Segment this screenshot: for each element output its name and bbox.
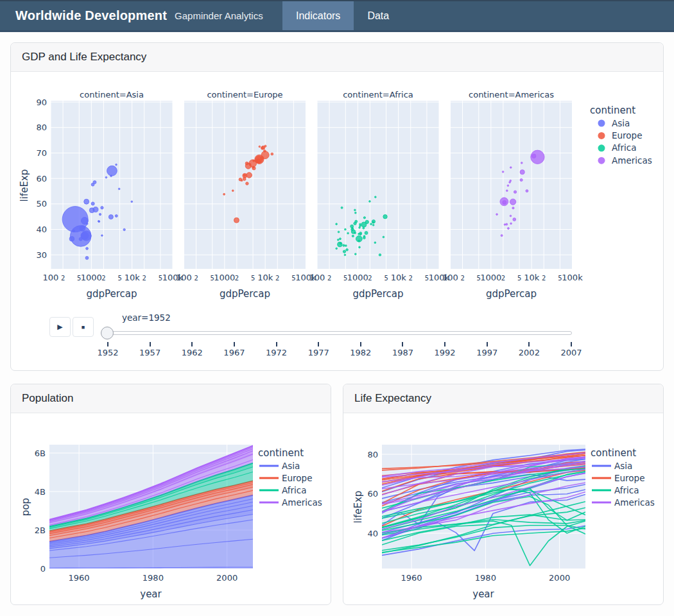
legend-item-europe[interactable]: Europe [259,473,312,483]
scatter-point[interactable] [501,235,503,237]
scatter-point[interactable] [352,235,354,237]
scatter-point[interactable] [345,228,347,230]
scatter-point[interactable] [108,215,113,219]
scatter-point[interactable] [80,226,85,232]
scatter-point[interactable] [241,180,243,182]
scatter-point[interactable] [359,225,361,227]
scatter-point[interactable] [510,199,515,205]
scatter-point[interactable] [73,230,75,232]
scatter-point[interactable] [116,164,117,166]
scatter-point[interactable] [359,234,361,235]
scatter-point[interactable] [246,173,252,178]
scatter-point[interactable] [99,213,101,215]
scatter-point[interactable] [85,257,89,260]
year-slider-handle[interactable] [101,327,114,339]
scatter-point[interactable] [69,236,74,241]
year-slider-rail[interactable] [107,331,572,335]
scatter-point[interactable] [245,162,248,165]
scatter-point[interactable] [249,164,251,166]
scatter-point[interactable] [352,227,354,229]
scatter-point[interactable] [256,160,258,162]
scatter-point[interactable] [374,242,376,244]
scatter-point[interactable] [232,190,234,192]
scatter-point[interactable] [118,188,120,190]
scatter-point[interactable] [363,235,365,237]
scatter-point[interactable] [234,218,239,223]
scatter-point[interactable] [89,208,94,213]
scatter-point[interactable] [370,223,372,225]
stop-button[interactable]: ■ [73,317,94,337]
scatter-point[interactable] [86,223,88,225]
legend-item-asia[interactable]: Asia [598,118,630,128]
life-expectancy-chart[interactable]: 406080196019802000lifeExpyearcontinentAs… [343,413,664,606]
scatter-point[interactable] [98,221,100,223]
scatter-point[interactable] [344,254,346,256]
scatter-point[interactable] [337,239,339,241]
scatter-point[interactable] [526,190,528,193]
tab-data[interactable]: Data [354,1,402,30]
scatter-point[interactable] [379,253,381,255]
scatter-point[interactable] [107,166,117,176]
scatter-point[interactable] [105,176,107,178]
scatter-point[interactable] [355,212,357,214]
scatter-point[interactable] [336,223,338,225]
plot-background[interactable] [51,101,173,269]
scatter-point[interactable] [507,185,509,187]
legend-item-europe[interactable]: Europe [598,130,643,141]
scatter-point[interactable] [341,207,343,209]
legend-item-americas[interactable]: Americas [259,497,322,508]
scatter-point[interactable] [131,201,133,203]
scatter-point[interactable] [358,233,360,235]
plot-background[interactable] [317,101,439,269]
scatter-point[interactable] [510,167,512,169]
scatter-point[interactable] [115,214,117,217]
scatter-point[interactable] [354,232,356,234]
scatter-point[interactable] [223,193,225,195]
scatter-point[interactable] [345,245,347,247]
scatter-point[interactable] [359,246,361,248]
scatter-point[interactable] [372,224,374,226]
scatter-point[interactable] [123,228,125,230]
scatter-point[interactable] [91,183,94,186]
scatter-point[interactable] [347,232,349,234]
play-button[interactable]: ▶ [49,317,71,337]
scatter-point[interactable] [243,177,246,180]
scatter-point[interactable] [355,220,358,223]
scatter-point[interactable] [520,178,523,181]
scatter-point[interactable] [502,171,504,173]
scatter-point[interactable] [91,202,94,205]
scatter-point[interactable] [101,207,103,209]
scatter-point[interactable] [246,182,248,185]
scatter-point[interactable] [253,160,255,162]
scatter-point[interactable] [173,189,175,191]
scatter-point[interactable] [369,201,371,203]
scatter-point[interactable] [506,190,508,192]
scatter-point[interactable] [264,145,266,147]
scatter-point[interactable] [521,162,523,164]
scatter-point[interactable] [261,147,264,150]
scatter-point[interactable] [507,227,509,229]
legend-item-asia[interactable]: Asia [592,461,632,471]
scatter-point[interactable] [363,227,365,229]
scatter-point[interactable] [101,235,103,237]
scatter-point[interactable] [243,175,245,176]
tab-indicators[interactable]: Indicators [282,1,354,30]
scatter-point[interactable] [343,250,345,253]
scatter-point[interactable] [343,244,345,246]
scatter-point[interactable] [271,153,273,155]
scatter-point[interactable] [259,146,261,148]
scatter-point[interactable] [365,232,368,235]
legend-item-europe[interactable]: Europe [592,473,644,483]
scatter-point[interactable] [503,200,506,204]
scatter-point[interactable] [504,224,506,226]
scatter-point[interactable] [84,199,89,204]
scatter-point[interactable] [354,209,356,211]
scatter-point[interactable] [372,221,374,223]
scatter-point[interactable] [264,150,266,152]
scatter-point[interactable] [512,207,514,209]
scatter-point[interactable] [510,215,512,217]
scatter-point[interactable] [86,247,89,250]
scatter-point[interactable] [261,157,264,160]
scatter-point[interactable] [110,175,112,177]
legend-item-americas[interactable]: Americas [598,155,652,166]
